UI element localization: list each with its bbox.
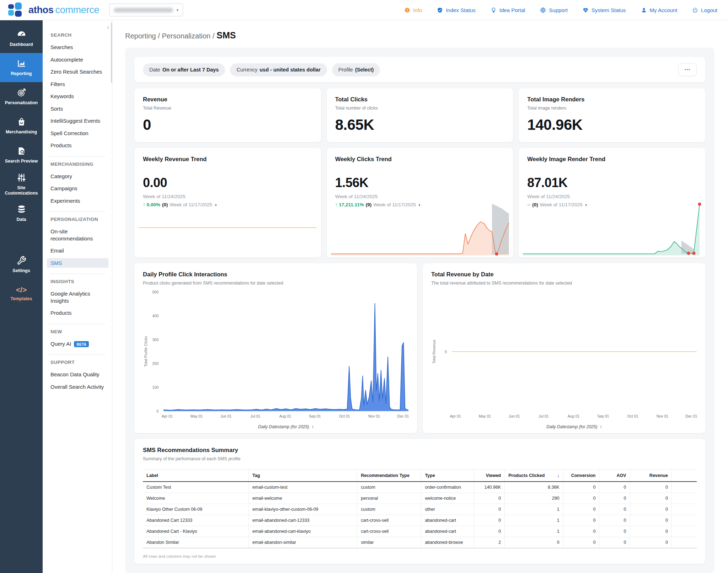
- cell: 0: [563, 515, 599, 526]
- item-label: Products: [50, 142, 71, 148]
- sidebar-item-email[interactable]: Email: [47, 246, 108, 256]
- cell: 0: [474, 493, 505, 504]
- item-label: IntelliSuggest Events: [50, 118, 100, 124]
- sidebar-item-category[interactable]: Category: [47, 171, 108, 181]
- nav-system-status[interactable]: System Status: [583, 7, 626, 13]
- delta-count: (0): [162, 202, 168, 207]
- y-axis-tick: 0: [445, 350, 447, 354]
- column-header-revenue[interactable]: Revenue: [630, 469, 671, 482]
- cell: 0: [630, 482, 671, 493]
- sidebar-item-merchandising[interactable]: Merchandising: [0, 111, 43, 140]
- cell: 0: [563, 482, 599, 493]
- chevron-down-icon: ▾: [177, 8, 179, 12]
- column-header-viewed[interactable]: Viewed: [474, 469, 505, 482]
- section-title-new: NEW: [50, 329, 108, 334]
- column-header-products-clicked[interactable]: Products Clicked↓: [505, 469, 563, 482]
- delta-percent: --: [527, 202, 530, 207]
- sidebar-item-on-site-recommendations[interactable]: On-site recommendations: [47, 227, 108, 243]
- collapse-sidebar-icon[interactable]: ‹: [107, 24, 109, 31]
- filter-pill-date[interactable]: Date On or after Last 7 Days: [143, 63, 225, 76]
- nav-idea-portal[interactable]: Idea Portal: [491, 7, 525, 13]
- nav-my-account[interactable]: My Account: [641, 7, 678, 13]
- sidebar-item-label: Search Preview: [4, 159, 39, 164]
- sidebar-item-autocomplete[interactable]: Autocomplete: [47, 55, 108, 65]
- sidebar-item-sms[interactable]: SMS: [47, 258, 108, 268]
- y-axis-label: Total Revenue: [432, 292, 436, 411]
- sidebar-item-settings[interactable]: Settings: [0, 250, 43, 279]
- spark-renders-svg: [523, 202, 701, 255]
- sidebar-item-data[interactable]: Data: [0, 199, 43, 228]
- sidebar-item-filters[interactable]: Filters: [47, 79, 108, 89]
- sidebar-item-spell-correction[interactable]: Spell Correction: [47, 128, 108, 138]
- sidebar-item-query-ai[interactable]: Query AIBETA: [47, 339, 108, 349]
- kpi-value: 8.65K: [335, 116, 505, 133]
- delta-line[interactable]: ↑ 17,211.11% (9) Week of 11/17/2025 ›: [335, 202, 505, 207]
- column-header-conversion[interactable]: Conversion: [563, 469, 599, 482]
- sidebar-item-keywords[interactable]: Keywords: [47, 91, 108, 101]
- y-axis-label: Total Profile Clicks: [144, 292, 148, 411]
- sidebar-item-campaigns[interactable]: Campaigns: [47, 184, 108, 193]
- column-header-tag[interactable]: Tag: [249, 469, 357, 482]
- sidebar-item-reporting[interactable]: Reporting: [0, 53, 43, 82]
- sort-asc-icon[interactable]: ↑: [600, 424, 602, 429]
- site-selector-dropdown[interactable]: ▾: [109, 4, 183, 16]
- sidebar-item-label: Settings: [11, 268, 31, 273]
- secondary-sidebar: ‹ SEARCHSearchesAutocompleteZero Result …: [43, 20, 112, 573]
- sidebar-item-sorts[interactable]: Sorts: [47, 104, 108, 114]
- cell: abandoned-cart: [421, 526, 474, 537]
- filter-pill-profile[interactable]: Profile (Select): [332, 63, 380, 76]
- more-options-button[interactable]: ...: [678, 63, 697, 76]
- delta-count: (9): [366, 202, 372, 207]
- sidebar-item-experiments[interactable]: Experiments: [47, 196, 108, 206]
- sidebar-item-products[interactable]: Products: [47, 140, 108, 150]
- revenue-by-date-plot[interactable]: [452, 292, 697, 411]
- sidebar-item-google-analytics-insights[interactable]: Google Analytics Insights: [47, 289, 108, 306]
- nav-label: Info: [413, 7, 422, 13]
- nav-logout[interactable]: Logout: [692, 7, 717, 13]
- sidebar-item-templates[interactable]: </>Templates: [0, 279, 43, 308]
- sort-asc-icon[interactable]: ↑: [311, 424, 314, 429]
- sidebar-item-intellisuggest-events[interactable]: IntelliSuggest Events: [47, 116, 108, 126]
- chart-title: Total Revenue by Date: [431, 271, 697, 278]
- item-label: Sorts: [50, 106, 63, 112]
- table-row: Abandoned Cart 12333email-abandoned-cart…: [143, 515, 697, 526]
- sidebar-item-beacon-data-quality[interactable]: Beacon Data Quality: [47, 370, 108, 380]
- y-axis-tick: 100: [152, 385, 159, 389]
- nav-index-status[interactable]: Index Status: [437, 7, 475, 13]
- sidebar-item-search-preview[interactable]: Search Preview: [0, 140, 43, 170]
- column-header-label[interactable]: Label: [143, 469, 249, 482]
- filler-cell: [671, 515, 697, 526]
- cell: 0: [563, 504, 599, 515]
- sidebar-item-products[interactable]: Products: [47, 308, 108, 318]
- sidebar-item-dashboard[interactable]: Dashboard: [0, 24, 43, 53]
- breadcrumb-path[interactable]: Reporting / Personalization /: [125, 32, 214, 40]
- chevron-right-icon[interactable]: ›: [215, 202, 217, 207]
- item-label: Zero Result Searches: [50, 69, 102, 75]
- chevron-right-icon[interactable]: ›: [585, 202, 587, 207]
- x-axis-tick: Sep 01: [309, 414, 321, 418]
- column-header-recommendation-type[interactable]: Recommendation Type: [357, 469, 421, 482]
- delta-line[interactable]: ↑ 0.00% (0) Week of 11/17/2025 ›: [143, 202, 312, 207]
- sidebar-item-searches[interactable]: Searches: [47, 42, 108, 52]
- cell: 0: [599, 515, 630, 526]
- delta-line[interactable]: -- (0) Week of 11/17/2025 ›: [527, 202, 697, 207]
- sidebar-item-personalization[interactable]: Personalization: [0, 82, 43, 111]
- sort-desc-icon[interactable]: ↓: [557, 473, 560, 478]
- nav-support[interactable]: Support: [540, 7, 568, 13]
- item-label: Autocomplete: [50, 57, 83, 63]
- sidebar-item-label: Dashboard: [9, 42, 34, 47]
- sidebar-item-overall-search-activity[interactable]: Overall Search Activity: [47, 382, 108, 392]
- nav-info[interactable]: Info: [404, 7, 422, 13]
- filter-pill-currency[interactable]: Currency usd - united states dollar: [230, 63, 327, 76]
- column-header-aov[interactable]: AOV: [599, 469, 630, 482]
- daily-clicks-plot[interactable]: [164, 292, 408, 411]
- x-axis-tick: Jul 01: [539, 414, 548, 418]
- column-header-type[interactable]: Type: [421, 469, 474, 482]
- top-nav-links: InfoIndex StatusIdea PortalSupportSystem…: [404, 7, 717, 13]
- chevron-right-icon[interactable]: ›: [419, 202, 421, 207]
- sidebar-item-zero-result-searches[interactable]: Zero Result Searches: [47, 67, 108, 77]
- sidebar-scrollbar[interactable]: [111, 22, 112, 83]
- sidebar-item-site-customizations[interactable]: Site Customizations: [0, 170, 43, 199]
- cell: 2: [474, 537, 505, 548]
- x-axis-label-row: Daily Datestamp (for 2025) ↑: [164, 424, 408, 429]
